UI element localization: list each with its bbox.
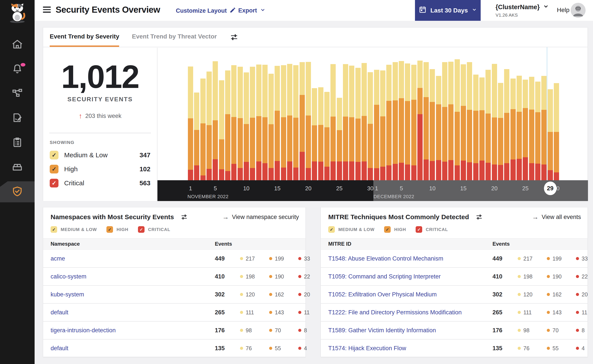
tab-event-trend-by-threat-vector[interactable]: Event Trend by Threat Vector — [132, 27, 217, 47]
mitre-technique-link[interactable]: T1574: Hijack Execution Flow — [328, 345, 493, 352]
chart-bar-day-55[interactable] — [523, 80, 528, 180]
sidebar-item-compliance[interactable] — [0, 132, 35, 153]
cluster-selector[interactable]: {ClusterName} V1.26 AKS — [496, 3, 549, 18]
chart-bar-day-13[interactable] — [262, 65, 268, 180]
chart-bar-day-50[interactable] — [492, 64, 497, 180]
chart-bar-day-12[interactable] — [256, 65, 261, 180]
chart-bar-day-24[interactable] — [330, 64, 336, 180]
chart-bar-day-36[interactable] — [405, 64, 410, 180]
chart-bar-day-35[interactable] — [399, 61, 404, 180]
chart-bar-day-44[interactable] — [455, 59, 460, 180]
filter-sliders-icon[interactable] — [475, 213, 483, 221]
namespace-link[interactable]: tigera-intrusion-detection — [51, 327, 215, 334]
chart-bar-day-32[interactable] — [380, 71, 385, 180]
chart-bar-day-31[interactable] — [374, 70, 379, 180]
chart-bar-day-29[interactable] — [361, 63, 367, 180]
chart-bar-day-7[interactable] — [225, 71, 230, 180]
view-namespace-security-link[interactable]: → View namespace security — [222, 213, 299, 221]
chart-bar-day-9[interactable] — [238, 67, 243, 180]
chart-bar-day-40[interactable] — [430, 69, 435, 180]
chart-bar-day-18[interactable] — [293, 65, 299, 180]
help-link[interactable]: Help — [557, 6, 570, 13]
namespace-link[interactable]: acme — [51, 255, 215, 262]
chart-bar-day-19[interactable] — [300, 62, 305, 180]
chart-bar-day-2[interactable] — [194, 92, 199, 180]
chart-bar-day-33[interactable] — [386, 65, 392, 180]
medium-low-checkbox[interactable]: ✓ — [50, 151, 59, 159]
chart-bar-day-21[interactable] — [312, 88, 317, 180]
chart-bar-day-30[interactable] — [368, 72, 373, 180]
namespace-link[interactable]: kube-system — [51, 291, 215, 298]
chart-bar-day-53[interactable] — [510, 78, 516, 180]
chart-bar-day-20[interactable] — [306, 62, 311, 180]
namespace-link[interactable]: calico-system — [51, 273, 215, 280]
chart-bar-day-54[interactable] — [517, 76, 522, 180]
mini-checkbox[interactable]: ✓ — [384, 226, 391, 233]
chart-bar-day-51[interactable] — [498, 83, 503, 180]
chart-bar-day-34[interactable] — [393, 62, 398, 180]
sidebar-item-policies[interactable] — [0, 108, 35, 129]
namespace-link[interactable]: default — [51, 345, 215, 352]
chart-bar-day-6[interactable] — [219, 80, 224, 180]
chart-bar-day-5[interactable] — [213, 61, 218, 180]
chart-bar-day-10[interactable] — [244, 72, 249, 180]
mitre-technique-link[interactable]: T1059: Command and Scripting Interpreter — [328, 273, 493, 280]
mitre-technique-link[interactable]: T1589: Gather Victim Identity Informatio… — [328, 327, 493, 334]
chart-bar-day-8[interactable] — [231, 65, 236, 180]
sidebar-item-threat-defense[interactable] — [0, 181, 35, 202]
chart-bar-day-47[interactable] — [473, 75, 479, 180]
chart-bar-day-60[interactable] — [554, 83, 559, 180]
chart-bar-day-38[interactable] — [417, 61, 423, 180]
chart-bar-day-49[interactable] — [486, 70, 491, 180]
chart-bar-day-26[interactable] — [343, 64, 348, 180]
mini-checkbox[interactable]: ✓ — [416, 226, 422, 233]
chart-bar-day-45[interactable] — [461, 64, 466, 180]
filter-sliders-icon[interactable] — [180, 213, 188, 221]
export-button[interactable]: Export — [238, 7, 266, 14]
chart-bar-day-48[interactable] — [479, 78, 485, 180]
chart-bar-day-37[interactable] — [411, 65, 417, 180]
sidebar-item-service-graph[interactable] — [0, 83, 35, 104]
chart-bar-day-11[interactable] — [250, 67, 255, 180]
sidebar-item-alerts[interactable] — [0, 58, 35, 79]
mini-checkbox[interactable]: ✓ — [107, 226, 113, 233]
chart-bar-day-56[interactable] — [529, 77, 534, 180]
mini-checkbox[interactable]: ✓ — [328, 226, 335, 233]
chart-bar-day-1[interactable] — [188, 66, 193, 180]
mitre-technique-link[interactable]: T1222: File and Directory Permissions Mo… — [328, 309, 493, 316]
chart-bar-day-27[interactable] — [349, 66, 354, 180]
chart-bar-day-17[interactable] — [287, 64, 292, 180]
namespace-link[interactable]: default — [51, 309, 215, 316]
chart-bar-day-46[interactable] — [467, 62, 472, 180]
chart-bar-day-3[interactable] — [200, 78, 206, 180]
date-range-button[interactable]: Last 30 Days — [415, 0, 481, 21]
filter-sliders-icon[interactable] — [229, 32, 239, 42]
customize-layout-button[interactable]: Customize Layout — [176, 7, 236, 15]
tab-event-trend-by-severity[interactable]: Event Trend by Severity — [50, 27, 119, 47]
chart-bar-day-15[interactable] — [275, 66, 280, 180]
view-all-events-link[interactable]: → View all events — [532, 213, 581, 221]
chart-bar-day-41[interactable] — [436, 76, 441, 180]
chart-bar-day-25[interactable] — [337, 98, 342, 180]
chart-bar-day-4[interactable] — [207, 72, 212, 180]
chart-bar-day-43[interactable] — [448, 62, 453, 180]
chart-bar-day-39[interactable] — [424, 62, 429, 180]
chart-bar-day-57[interactable] — [535, 82, 540, 180]
sidebar-item-workloads[interactable] — [0, 156, 35, 177]
mini-checkbox[interactable]: ✓ — [51, 226, 57, 233]
hamburger-menu-icon[interactable] — [43, 6, 51, 14]
mini-checkbox[interactable]: ✓ — [138, 226, 145, 233]
sidebar-item-home[interactable] — [0, 34, 35, 55]
mitre-technique-link[interactable]: T1548: Abuse Elevation Control Mechanism — [328, 255, 493, 262]
chart-bar-day-42[interactable] — [442, 62, 447, 180]
chart-bar-day-14[interactable] — [268, 74, 274, 180]
critical-checkbox[interactable]: ✓ — [50, 179, 59, 188]
chart-bar-day-23[interactable] — [324, 92, 330, 180]
chart-bar-day-28[interactable] — [355, 68, 361, 180]
chart-bar-day-16[interactable] — [281, 65, 286, 180]
chart-bar-day-58[interactable] — [541, 76, 546, 180]
chart-bar-day-59[interactable] — [548, 89, 553, 180]
chart-bar-day-22[interactable] — [318, 87, 323, 180]
chart-bar-day-52[interactable] — [504, 69, 509, 180]
avatar[interactable] — [571, 3, 586, 18]
